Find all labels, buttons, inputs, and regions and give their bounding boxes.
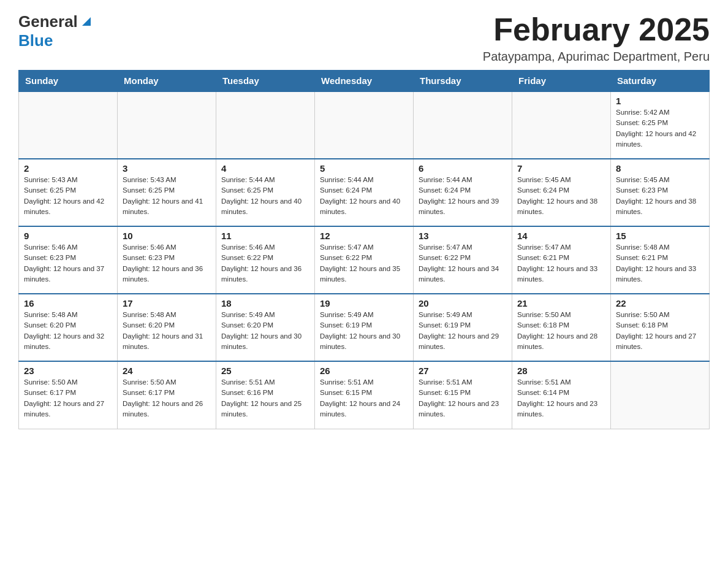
calendar-week-row: 16Sunrise: 5:48 AMSunset: 6:20 PMDayligh…: [19, 294, 710, 361]
calendar-cell: 23Sunrise: 5:50 AMSunset: 6:17 PMDayligh…: [19, 361, 118, 429]
calendar-cell: [118, 91, 216, 159]
day-number: 5: [320, 163, 408, 174]
day-info: Sunrise: 5:44 AMSunset: 6:24 PMDaylight:…: [419, 175, 507, 217]
calendar-cell: 4Sunrise: 5:44 AMSunset: 6:25 PMDaylight…: [216, 159, 315, 226]
calendar-cell: 16Sunrise: 5:48 AMSunset: 6:20 PMDayligh…: [19, 294, 118, 361]
day-number: 2: [24, 163, 112, 174]
calendar-cell: 3Sunrise: 5:43 AMSunset: 6:25 PMDaylight…: [118, 159, 216, 226]
calendar-cell: 17Sunrise: 5:48 AMSunset: 6:20 PMDayligh…: [118, 294, 216, 361]
logo-blue-text: Blue: [18, 31, 53, 50]
day-number: 26: [320, 366, 408, 376]
day-number: 16: [24, 298, 112, 308]
calendar-table: Sunday Monday Tuesday Wednesday Thursday…: [18, 70, 710, 429]
location-title: Pataypampa, Apurimac Department, Peru: [483, 50, 710, 64]
calendar-cell: 25Sunrise: 5:51 AMSunset: 6:16 PMDayligh…: [216, 361, 315, 429]
col-sunday: Sunday: [19, 71, 118, 92]
day-info: Sunrise: 5:42 AMSunset: 6:25 PMDaylight:…: [616, 107, 704, 150]
day-number: 18: [221, 298, 309, 308]
day-number: 20: [419, 298, 507, 308]
calendar-cell: 20Sunrise: 5:49 AMSunset: 6:19 PMDayligh…: [414, 294, 512, 361]
calendar-cell: 28Sunrise: 5:51 AMSunset: 6:14 PMDayligh…: [512, 361, 611, 429]
day-number: 28: [517, 366, 605, 376]
day-info: Sunrise: 5:51 AMSunset: 6:14 PMDaylight:…: [517, 377, 605, 419]
calendar-cell: 11Sunrise: 5:46 AMSunset: 6:22 PMDayligh…: [216, 226, 315, 294]
calendar-cell: 10Sunrise: 5:46 AMSunset: 6:23 PMDayligh…: [118, 226, 216, 294]
logo-triangle-icon: [80, 15, 93, 28]
day-info: Sunrise: 5:50 AMSunset: 6:17 PMDaylight:…: [24, 377, 112, 419]
title-block: February 2025 Pataypampa, Apurimac Depar…: [483, 12, 710, 64]
day-info: Sunrise: 5:47 AMSunset: 6:22 PMDaylight:…: [419, 242, 507, 285]
day-number: 23: [24, 366, 112, 376]
calendar-week-row: 9Sunrise: 5:46 AMSunset: 6:23 PMDaylight…: [19, 226, 710, 294]
calendar-cell: [512, 91, 611, 159]
day-info: Sunrise: 5:44 AMSunset: 6:25 PMDaylight:…: [221, 175, 309, 217]
calendar-cell: [216, 91, 315, 159]
day-number: 13: [419, 231, 507, 241]
day-number: 3: [123, 163, 211, 174]
day-info: Sunrise: 5:44 AMSunset: 6:24 PMDaylight:…: [320, 175, 408, 217]
col-monday: Monday: [118, 71, 216, 92]
day-info: Sunrise: 5:46 AMSunset: 6:23 PMDaylight:…: [123, 242, 211, 285]
day-number: 6: [419, 163, 507, 174]
calendar-cell: 18Sunrise: 5:49 AMSunset: 6:20 PMDayligh…: [216, 294, 315, 361]
day-number: 24: [123, 366, 211, 376]
calendar-cell: 14Sunrise: 5:47 AMSunset: 6:21 PMDayligh…: [512, 226, 611, 294]
calendar-cell: 2Sunrise: 5:43 AMSunset: 6:25 PMDaylight…: [19, 159, 118, 226]
calendar-cell: [19, 91, 118, 159]
day-info: Sunrise: 5:46 AMSunset: 6:23 PMDaylight:…: [24, 242, 112, 285]
day-info: Sunrise: 5:46 AMSunset: 6:22 PMDaylight:…: [221, 242, 309, 285]
logo: General Blue: [18, 12, 93, 50]
day-info: Sunrise: 5:48 AMSunset: 6:20 PMDaylight:…: [24, 310, 112, 352]
day-info: Sunrise: 5:49 AMSunset: 6:19 PMDaylight:…: [320, 310, 408, 352]
col-wednesday: Wednesday: [315, 71, 414, 92]
day-number: 14: [517, 231, 605, 241]
calendar-header-row: Sunday Monday Tuesday Wednesday Thursday…: [19, 71, 710, 92]
day-number: 8: [616, 163, 704, 174]
day-number: 21: [517, 298, 605, 308]
day-info: Sunrise: 5:47 AMSunset: 6:21 PMDaylight:…: [517, 242, 605, 285]
day-info: Sunrise: 5:45 AMSunset: 6:24 PMDaylight:…: [517, 175, 605, 217]
day-info: Sunrise: 5:48 AMSunset: 6:20 PMDaylight:…: [123, 310, 211, 352]
calendar-cell: 7Sunrise: 5:45 AMSunset: 6:24 PMDaylight…: [512, 159, 611, 226]
day-number: 22: [616, 298, 704, 308]
calendar-cell: 22Sunrise: 5:50 AMSunset: 6:18 PMDayligh…: [611, 294, 710, 361]
calendar-cell: 26Sunrise: 5:51 AMSunset: 6:15 PMDayligh…: [315, 361, 414, 429]
calendar-cell: 24Sunrise: 5:50 AMSunset: 6:17 PMDayligh…: [118, 361, 216, 429]
day-info: Sunrise: 5:47 AMSunset: 6:22 PMDaylight:…: [320, 242, 408, 285]
day-info: Sunrise: 5:50 AMSunset: 6:18 PMDaylight:…: [517, 310, 605, 352]
calendar-cell: [315, 91, 414, 159]
day-info: Sunrise: 5:50 AMSunset: 6:17 PMDaylight:…: [123, 377, 211, 419]
calendar-cell: 1Sunrise: 5:42 AMSunset: 6:25 PMDaylight…: [611, 91, 710, 159]
day-info: Sunrise: 5:43 AMSunset: 6:25 PMDaylight:…: [123, 175, 211, 217]
col-tuesday: Tuesday: [216, 71, 315, 92]
day-info: Sunrise: 5:43 AMSunset: 6:25 PMDaylight:…: [24, 175, 112, 217]
calendar-cell: 15Sunrise: 5:48 AMSunset: 6:21 PMDayligh…: [611, 226, 710, 294]
calendar-week-row: 1Sunrise: 5:42 AMSunset: 6:25 PMDaylight…: [19, 91, 710, 159]
calendar-cell: 9Sunrise: 5:46 AMSunset: 6:23 PMDaylight…: [19, 226, 118, 294]
day-number: 7: [517, 163, 605, 174]
day-number: 4: [221, 163, 309, 174]
day-info: Sunrise: 5:48 AMSunset: 6:21 PMDaylight:…: [616, 242, 704, 285]
col-friday: Friday: [512, 71, 611, 92]
month-title: February 2025: [483, 12, 710, 47]
calendar-cell: 27Sunrise: 5:51 AMSunset: 6:15 PMDayligh…: [414, 361, 512, 429]
day-number: 12: [320, 231, 408, 241]
col-thursday: Thursday: [414, 71, 512, 92]
day-number: 10: [123, 231, 211, 241]
day-number: 9: [24, 231, 112, 241]
calendar-cell: 6Sunrise: 5:44 AMSunset: 6:24 PMDaylight…: [414, 159, 512, 226]
col-saturday: Saturday: [611, 71, 710, 92]
day-number: 25: [221, 366, 309, 376]
logo-general-text: General: [18, 12, 78, 31]
day-info: Sunrise: 5:45 AMSunset: 6:23 PMDaylight:…: [616, 175, 704, 217]
day-info: Sunrise: 5:49 AMSunset: 6:20 PMDaylight:…: [221, 310, 309, 352]
day-number: 1: [616, 96, 704, 106]
day-number: 19: [320, 298, 408, 308]
calendar-cell: 12Sunrise: 5:47 AMSunset: 6:22 PMDayligh…: [315, 226, 414, 294]
day-number: 27: [419, 366, 507, 376]
day-info: Sunrise: 5:51 AMSunset: 6:15 PMDaylight:…: [419, 377, 507, 419]
svg-marker-0: [82, 17, 91, 26]
day-number: 11: [221, 231, 309, 241]
day-number: 15: [616, 231, 704, 241]
calendar-cell: 8Sunrise: 5:45 AMSunset: 6:23 PMDaylight…: [611, 159, 710, 226]
